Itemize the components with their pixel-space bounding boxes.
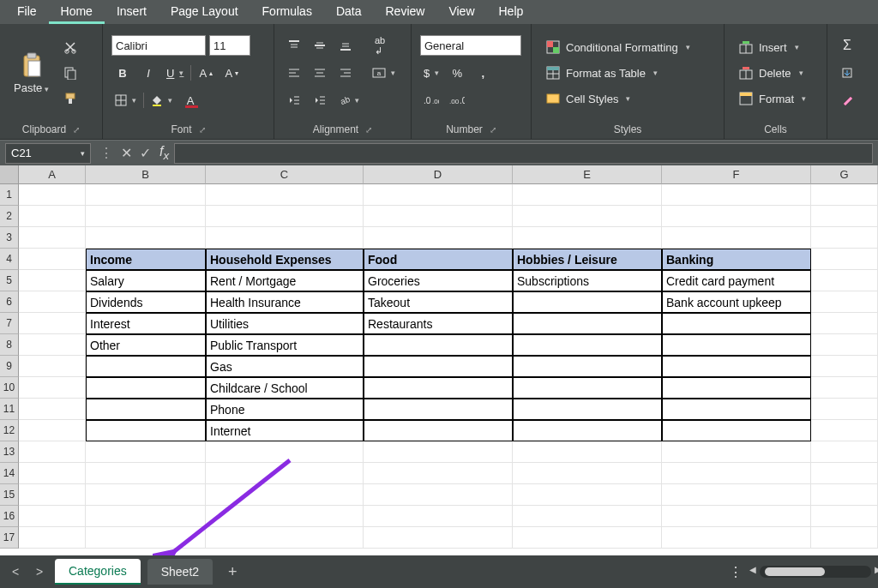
row-header[interactable]: 4 xyxy=(0,249,19,270)
row-header[interactable]: 14 xyxy=(0,463,19,484)
cell[interactable] xyxy=(19,227,86,249)
cell[interactable] xyxy=(19,313,86,334)
cell[interactable]: Income xyxy=(86,249,206,270)
fill-button[interactable] xyxy=(836,63,858,83)
cell[interactable] xyxy=(86,484,206,506)
cell[interactable] xyxy=(206,484,364,506)
cell[interactable]: Dividends xyxy=(86,291,206,313)
cell[interactable] xyxy=(206,441,364,463)
align-bottom-button[interactable] xyxy=(334,35,357,56)
cell[interactable] xyxy=(86,399,206,420)
cell[interactable] xyxy=(206,463,364,484)
cell[interactable] xyxy=(662,184,811,206)
cell[interactable] xyxy=(86,441,206,463)
row-header[interactable]: 17 xyxy=(0,527,19,549)
cell[interactable] xyxy=(811,356,878,377)
cell[interactable] xyxy=(19,291,86,313)
cell[interactable] xyxy=(662,377,811,399)
cell[interactable] xyxy=(86,184,206,206)
font-size-select[interactable] xyxy=(209,35,250,56)
cell[interactable]: Bank account upkeep xyxy=(662,291,811,313)
cell[interactable] xyxy=(364,377,513,399)
clipboard-dialog-launcher[interactable]: ⤢ xyxy=(73,125,80,135)
cell[interactable] xyxy=(662,527,811,549)
formula-input[interactable] xyxy=(174,143,873,164)
cancel-formula-button[interactable]: ✕ xyxy=(117,145,135,161)
cell[interactable] xyxy=(206,227,364,249)
tab-view[interactable]: View xyxy=(436,1,486,24)
align-center-button[interactable] xyxy=(309,63,331,83)
cell[interactable] xyxy=(513,184,662,206)
cell[interactable] xyxy=(364,356,513,377)
cell[interactable] xyxy=(19,484,86,506)
name-box[interactable]: C21 xyxy=(5,143,91,164)
cell[interactable]: Hobbies / Leisure xyxy=(513,249,662,270)
cell[interactable] xyxy=(86,356,206,377)
font-name-select[interactable] xyxy=(111,35,206,56)
cell[interactable] xyxy=(19,463,86,484)
cell[interactable] xyxy=(811,463,878,484)
number-format-select[interactable] xyxy=(420,35,521,56)
cell[interactable]: Other xyxy=(86,334,206,356)
cell[interactable] xyxy=(86,527,206,549)
cell[interactable] xyxy=(19,377,86,399)
cell[interactable] xyxy=(513,441,662,463)
copy-button[interactable] xyxy=(59,63,81,83)
fx-icon[interactable]: fx xyxy=(154,144,174,162)
cell[interactable] xyxy=(662,334,811,356)
cell[interactable] xyxy=(662,420,811,441)
tab-insert[interactable]: Insert xyxy=(105,1,159,24)
align-left-button[interactable] xyxy=(283,63,305,83)
format-cells-button[interactable]: Format xyxy=(733,89,818,108)
italic-button[interactable]: I xyxy=(137,63,159,83)
cell[interactable]: Household Expenses xyxy=(206,249,364,270)
col-header-B[interactable]: B xyxy=(86,165,206,184)
cell[interactable] xyxy=(364,227,513,249)
align-middle-button[interactable] xyxy=(309,35,331,56)
cell[interactable]: Banking xyxy=(662,249,811,270)
cell[interactable] xyxy=(811,313,878,334)
sheet-tab-sheet2[interactable]: Sheet2 xyxy=(147,559,213,585)
borders-button[interactable] xyxy=(111,90,140,111)
cell[interactable] xyxy=(19,399,86,420)
cell[interactable] xyxy=(811,206,878,227)
font-color-button[interactable]: A xyxy=(179,90,201,111)
cell[interactable] xyxy=(811,420,878,441)
cell[interactable] xyxy=(811,334,878,356)
row-header[interactable]: 2 xyxy=(0,206,19,227)
tab-page-layout[interactable]: Page Layout xyxy=(159,1,250,24)
cell[interactable]: Food xyxy=(364,249,513,270)
add-sheet-button[interactable]: + xyxy=(220,563,246,581)
cell[interactable] xyxy=(19,249,86,270)
cell[interactable] xyxy=(513,313,662,334)
conditional-formatting-button[interactable]: Conditional Formatting xyxy=(540,38,715,57)
cell[interactable] xyxy=(513,206,662,227)
cell[interactable] xyxy=(662,399,811,420)
tab-data[interactable]: Data xyxy=(324,1,374,24)
cell[interactable] xyxy=(811,377,878,399)
cell[interactable] xyxy=(86,506,206,527)
cell[interactable] xyxy=(206,527,364,549)
increase-decimal-button[interactable]: .0.00 xyxy=(420,90,442,111)
insert-cells-button[interactable]: Insert xyxy=(733,38,818,57)
cell[interactable] xyxy=(206,184,364,206)
clear-button[interactable] xyxy=(836,90,858,111)
align-top-button[interactable] xyxy=(283,35,305,56)
cell[interactable]: Interest xyxy=(86,313,206,334)
cell[interactable] xyxy=(811,249,878,270)
percent-button[interactable]: % xyxy=(446,63,468,83)
row-header[interactable]: 7 xyxy=(0,313,19,334)
wrap-text-button[interactable]: ab↲ xyxy=(369,35,391,56)
horizontal-scrollbar[interactable] xyxy=(760,566,871,578)
cut-button[interactable] xyxy=(59,37,81,57)
cell[interactable] xyxy=(19,270,86,291)
tab-review[interactable]: Review xyxy=(374,1,437,24)
decrease-indent-button[interactable] xyxy=(283,90,305,111)
select-all-corner[interactable] xyxy=(0,165,19,184)
alignment-dialog-launcher[interactable]: ⤢ xyxy=(365,125,372,135)
cell[interactable] xyxy=(364,463,513,484)
cell[interactable] xyxy=(662,313,811,334)
cell[interactable] xyxy=(513,484,662,506)
cell[interactable] xyxy=(662,227,811,249)
cell[interactable] xyxy=(206,506,364,527)
